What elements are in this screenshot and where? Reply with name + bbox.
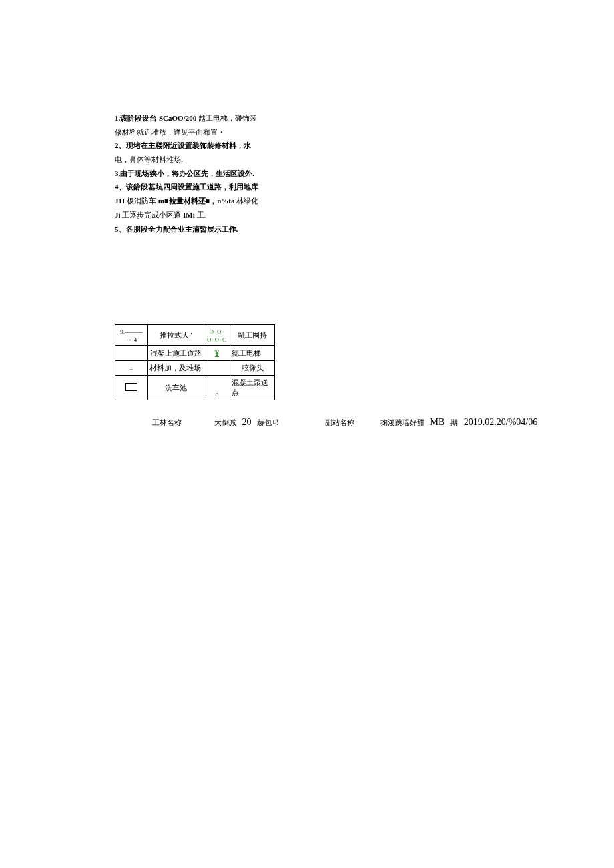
footer-value: 2019.02.20/%04/06 bbox=[464, 417, 537, 427]
circles-icon: O-O-O-O-C bbox=[207, 328, 227, 343]
notes-block: 1,该阶段设台 SCaOO/200 越工电梯，碰饰装 修材料就近堆放，详见平面布… bbox=[115, 112, 288, 236]
dash-icon: = bbox=[129, 365, 133, 372]
legend-label: 推拉式大" bbox=[148, 325, 204, 346]
arrow-icon: 9.———→-4 bbox=[120, 328, 143, 343]
table-row: = 材料加，及堆场 眩像头 bbox=[115, 361, 275, 376]
circle-icon: o bbox=[216, 390, 219, 398]
note-line: 4、该龄段基坑四周设置施工道路，利用地库 bbox=[115, 181, 288, 193]
note-line: Ji 工逐步完成小区道 IMi 工. bbox=[115, 209, 288, 222]
legend-label: 德工电梯 bbox=[230, 346, 275, 361]
note-line: 5、各朋段全力配合业主浦暂展示工作. bbox=[115, 223, 288, 236]
note-text: Ji bbox=[115, 211, 121, 219]
footer-label: 工林名称 bbox=[152, 418, 182, 426]
legend-label: 洗车池 bbox=[148, 376, 204, 400]
footer-info: 工林名称 大倒减 20 赫包邛 副站名称 掬浚跳瑶好甜 MB 期 2019.02… bbox=[152, 417, 541, 428]
note-text: m■粒量材料还■，n%ta bbox=[158, 197, 235, 205]
footer-label: 副站名称 bbox=[325, 418, 354, 426]
footer-value: 大倒减 bbox=[214, 418, 236, 426]
note-line: 电，鼻体等材料堆场. bbox=[115, 153, 288, 166]
note-text: SCaOO/200 bbox=[159, 114, 196, 122]
footer-value: MB bbox=[430, 417, 445, 427]
legend-label: 眩像头 bbox=[230, 361, 275, 376]
footer-value: 20 bbox=[242, 417, 252, 427]
footer-value: 期 bbox=[450, 418, 458, 426]
table-row: 9.———→-4 推拉式大" O-O-O-O-C 融工围持 bbox=[115, 325, 275, 346]
note-text: 林绿化 bbox=[236, 197, 258, 205]
legend-label: 混架上施工道路 bbox=[148, 346, 204, 361]
footer-value: 掬浚跳瑶好甜 bbox=[380, 418, 424, 426]
note-text: 越工电梯，碰饰装 bbox=[198, 114, 257, 122]
box-icon bbox=[125, 383, 137, 391]
yen-icon: ¥ bbox=[215, 348, 220, 358]
legend-label: 融工围持 bbox=[230, 325, 275, 346]
note-text: IMi bbox=[183, 211, 195, 219]
legend-label: 材料加，及堆场 bbox=[148, 361, 204, 376]
note-text: J1I bbox=[115, 197, 125, 205]
footer-value: 赫包邛 bbox=[257, 418, 279, 426]
note-text: 工. bbox=[197, 211, 206, 219]
legend-table: 9.———→-4 推拉式大" O-O-O-O-C 融工围持 混架上施工道路 ¥ … bbox=[115, 324, 275, 400]
blank-icon bbox=[204, 361, 230, 376]
note-line: 1,该阶段设台 SCaOO/200 越工电梯，碰饰装 bbox=[115, 112, 288, 125]
note-text: 工逐步完成小区道 bbox=[122, 211, 181, 219]
blank-icon bbox=[115, 346, 148, 361]
legend-label: 混凝土泵送点 bbox=[230, 376, 275, 400]
note-text: 板消防车 bbox=[127, 197, 156, 205]
table-row: 洗车池 o 混凝土泵送点 bbox=[115, 376, 275, 400]
note-line: 修材料就近堆放，详见平面布置・ bbox=[115, 126, 288, 139]
note-line: 3,由于现场狭小，将办公区先，生活区设外. bbox=[115, 167, 288, 180]
note-line: 2、现堵在主楼附近设置装饰装修材料，水 bbox=[115, 139, 288, 152]
note-text: 1,该阶段设台 bbox=[115, 114, 157, 122]
table-row: 混架上施工道路 ¥ 德工电梯 bbox=[115, 346, 275, 361]
note-line: J1I 板消防车 m■粒量材料还■，n%ta 林绿化 bbox=[115, 195, 288, 207]
